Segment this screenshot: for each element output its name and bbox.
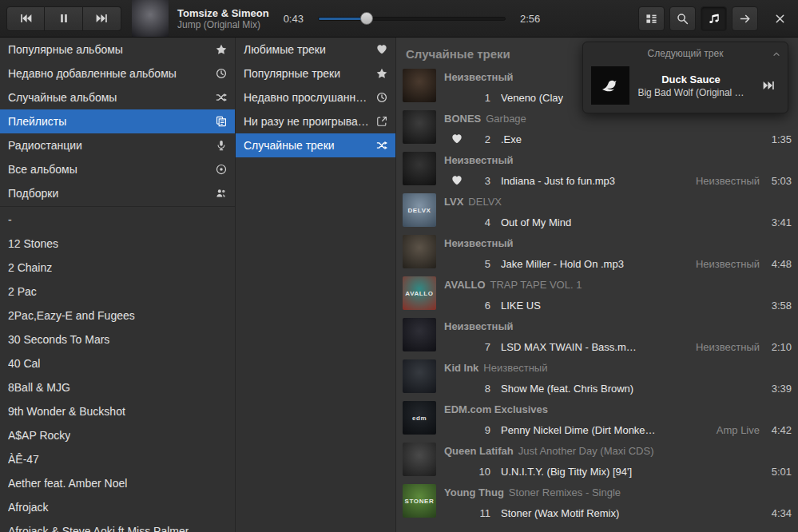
track-row[interactable]: 11 Stoner (Wax Motif Remix) 4:34 [444, 501, 793, 525]
track-number: 5 [470, 258, 490, 270]
track-row[interactable]: 7 LSD MAX TWAIN - Bass.m… Неизвестный 2:… [444, 335, 793, 359]
album-art[interactable]: DELVX [403, 193, 436, 227]
artist-list-item[interactable]: Afrojack [0, 495, 235, 519]
track-block: Неизвестный 3 Indiana - Just fo fun.mp3 … [403, 151, 793, 193]
artist-list-item[interactable]: - [0, 208, 235, 232]
nav-item[interactable]: Случайные треки [236, 133, 395, 157]
track-row[interactable]: 10 U.N.I.T.Y. (Big Titty Mix) [94'] 5:01 [444, 459, 793, 483]
group-artist: Неизвестный [444, 154, 514, 166]
track-title: Show Me (feat. Chris Brown) [501, 383, 633, 395]
heart-icon[interactable] [444, 133, 470, 145]
track-number: 3 [470, 175, 490, 187]
group-artist: EDM.com Exclusives [444, 403, 548, 415]
group-artist: Неизвестный [444, 71, 514, 83]
track-row[interactable]: 8 Show Me (feat. Chris Brown) 3:39 [444, 376, 793, 400]
album-art[interactable] [403, 152, 436, 185]
nav-item[interactable]: Любимые треки [236, 38, 395, 62]
nav-item[interactable]: Недавно прослушанные [236, 85, 395, 109]
album-art[interactable] [403, 318, 436, 351]
view-toggle-button[interactable] [638, 6, 665, 31]
nav-item[interactable]: Все альбомы [0, 157, 235, 181]
track-row[interactable]: 2 .Exe 1:35 [444, 127, 793, 151]
track-duration: 3:39 [760, 383, 793, 395]
sidebar-menu: Популярные альбомы Недавно добавленные а… [0, 38, 235, 205]
nav-item[interactable]: Недавно добавленные альбомы [0, 62, 235, 85]
artist-list-item[interactable]: A$AP Rocky [0, 423, 235, 447]
search-button[interactable] [669, 6, 696, 31]
album-art[interactable] [403, 359, 436, 393]
nav-item[interactable]: Ни разу не проигрывал… [236, 109, 395, 133]
forward-button[interactable] [732, 6, 758, 31]
track-title: Jake Miller - Hold On .mp3 [501, 258, 624, 270]
slider-track[interactable] [318, 17, 506, 21]
track-row[interactable]: 6 LIKE US 3:58 [444, 293, 793, 317]
artist-name: 2 Pac [8, 285, 37, 298]
track-title: Out of My Mind [501, 216, 571, 228]
track-artist: Неизвестный [686, 175, 760, 187]
track-block: AVALLO AVALLO TRAP TAPE VOL. 1 6 LIKE US… [403, 276, 793, 317]
album-art[interactable] [403, 69, 436, 102]
track-row[interactable]: 4 Out of My Mind 3:41 [444, 210, 793, 234]
group-artist: Kid Ink [444, 362, 478, 374]
track-title: Stoner (Wax Motif Remix) [501, 507, 619, 519]
popover-body: Duck Sauce Big Bad Wolf (Original … [583, 65, 788, 113]
artist-list[interactable]: - 12 Stones 2 Chainz 2 Pac 2Pac,Eazy-E a… [0, 208, 235, 532]
album-art[interactable] [403, 443, 436, 476]
artist-name: Afrojack & Steve Aoki ft Miss Palmer [8, 525, 189, 532]
group-artist: LVX [444, 196, 463, 208]
artist-list-item[interactable]: 40 Cal [0, 351, 235, 375]
nav-item[interactable]: Плейлисты [0, 109, 235, 133]
artist-name: Aether feat. Amber Noel [8, 477, 127, 490]
nav-item[interactable]: Популярные альбомы [0, 38, 235, 62]
chevron-up-icon[interactable] [772, 50, 781, 59]
track-row[interactable]: 3 Indiana - Just fo fun.mp3 Неизвестный … [444, 169, 793, 193]
album-group-header: Young Thug Stoner Remixes - Single [444, 483, 793, 501]
artist-list-item[interactable]: Aether feat. Amber Noel [0, 471, 235, 495]
group-artist: BONES [444, 113, 481, 125]
artist-list-item[interactable]: 30 Seconds To Mars [0, 328, 235, 351]
pause-button[interactable] [45, 6, 83, 31]
artist-name: Afrojack [8, 501, 49, 514]
artist-list-item[interactable]: ÀÊ-47 [0, 447, 235, 471]
star-icon [370, 68, 387, 79]
seek-slider[interactable] [318, 11, 506, 26]
artist-list-item[interactable]: 2Pac,Eazy-E and Fugees [0, 304, 235, 328]
group-album: Just Another Day (Maxi CDS) [518, 445, 654, 457]
album-group-header: Неизвестный [444, 234, 793, 252]
album-group-header: Неизвестный [444, 151, 793, 169]
next-button[interactable] [83, 6, 121, 31]
artist-list-item[interactable]: 2 Chainz [0, 256, 235, 280]
track-row[interactable]: 9 Penny Nickel Dime (Dirt Monke… Amp Liv… [444, 418, 793, 442]
now-playing-art[interactable] [132, 0, 169, 37]
album-art[interactable]: edm [403, 401, 436, 435]
artist-name: 2Pac,Eazy-E and Fugees [8, 309, 135, 322]
close-button[interactable] [768, 6, 792, 30]
group-album: Garbage [486, 113, 526, 125]
previous-button[interactable] [6, 6, 45, 31]
next-track-popover-button[interactable] [701, 6, 727, 31]
nav-item[interactable]: Подборки [0, 181, 235, 205]
skip-next-button[interactable] [757, 73, 781, 97]
track-list[interactable]: Неизвестный 1 Veneno (Clay BONES Garbage [396, 68, 798, 532]
next-track-info: Duck Sauce Big Bad Wolf (Original … [636, 73, 746, 98]
album-art[interactable]: AVALLO [403, 276, 436, 310]
slider-handle[interactable] [360, 12, 373, 25]
popover-title: Следующий трек [648, 48, 724, 59]
artist-list-item[interactable]: 2 Pac [0, 280, 235, 304]
artist-list-item[interactable]: 9th Wonder & Buckshot [0, 399, 235, 423]
artist-name: 8Ball & MJG [8, 381, 70, 394]
artist-list-item[interactable]: 8Ball & MJG [0, 375, 235, 399]
album-art[interactable] [403, 110, 436, 144]
album-art[interactable]: STONER [403, 484, 436, 518]
heart-icon[interactable] [444, 175, 470, 186]
nav-item[interactable]: Популярные треки [236, 62, 395, 85]
artist-list-item[interactable]: Afrojack & Steve Aoki ft Miss Palmer [0, 519, 235, 532]
group-artist: AVALLO [444, 279, 486, 291]
artist-list-item[interactable]: 12 Stones [0, 232, 235, 256]
album-art[interactable] [403, 235, 436, 268]
nav-item[interactable]: Случайные альбомы [0, 85, 235, 109]
track-title: .Exe [501, 133, 522, 145]
nav-item[interactable]: Радиостанции [0, 133, 235, 157]
track-row[interactable]: 5 Jake Miller - Hold On .mp3 Неизвестный… [444, 252, 793, 276]
group-artist: Young Thug [444, 486, 504, 498]
